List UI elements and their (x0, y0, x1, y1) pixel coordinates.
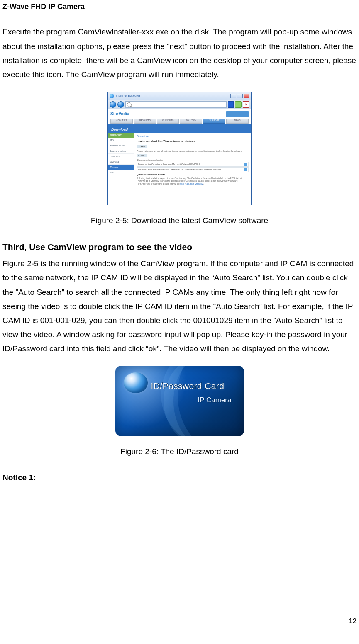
card-subtitle-text: IP Camera (198, 394, 232, 407)
figure-2-6: ID/Password Card IP Camera (2, 366, 357, 436)
browser-navbar: × (108, 100, 251, 109)
guide-text: Following the installation steps, click … (137, 177, 249, 182)
page-header-title: Z-Wave FHD IP Camera (2, 0, 357, 13)
step-2-text: Choose one for downloading (137, 159, 249, 161)
card-title-text: ID/Password Card (151, 378, 225, 394)
download-title: Download (137, 135, 249, 138)
sidebar-mac: Mac (108, 170, 134, 175)
window-close-icon (244, 94, 249, 98)
dropdown-icon (228, 101, 234, 108)
sidebar-partner: Become a partner (108, 148, 134, 154)
site-brand: StarVedia (110, 112, 129, 117)
menu-products: PRODUCTS (134, 119, 156, 124)
figure-2-5: Internet Explorer × StarVedia (2, 92, 357, 205)
section-title-third: Third, Use CamView program to see the vi… (2, 239, 357, 255)
browser-titlebar: Internet Explorer (108, 92, 251, 100)
menu-about: ABOUT US (110, 119, 133, 124)
browser-window-mock: Internet Explorer × StarVedia (107, 92, 252, 205)
figure-2-5-caption: Figure 2-5: Download the latest CamView … (2, 214, 357, 228)
quick-guide-heading: Quick installation Guide (137, 173, 249, 176)
ie-icon (110, 94, 114, 98)
sidebar-heading: SUPPORT (108, 133, 134, 138)
paragraph-camview-usage: Figure 2-5 is the running window of the … (2, 257, 357, 356)
search-icon (127, 102, 132, 107)
step-1-badge: STEP 1 (137, 145, 147, 148)
document-page: Z-Wave FHD IP Camera Execute the program… (0, 0, 359, 630)
sidebar-windows: Windows (108, 165, 134, 170)
step-2-badge: STEP 2 (137, 154, 147, 157)
id-password-card-mock: ID/Password Card IP Camera (115, 366, 244, 436)
download-banner: Download (108, 126, 251, 133)
further-use-text: For further use of CamView, please refer… (137, 182, 249, 185)
download-row-1: Download the CamView software on Microso… (137, 162, 249, 167)
sidebar-faq: FAQ (108, 138, 134, 143)
browser-content: StarVedia ABOUT US PRODUCTS OUR DEMO SOL… (108, 109, 251, 205)
sidebar-download: Download (108, 159, 134, 165)
notice-heading: Notice 1: (2, 471, 357, 485)
paragraph-install: Execute the program CamViewInstaller-xxx… (2, 25, 357, 82)
menu-solution: SOLUTION (180, 119, 202, 124)
sidebar-contact: Contact us (108, 154, 134, 159)
download-icon (244, 163, 247, 166)
step-1-text: Please make sure to read all software li… (137, 150, 249, 152)
id-card-thumb-icon (226, 111, 249, 117)
address-bar (125, 101, 227, 108)
site-menubar: ABOUT US PRODUCTS OUR DEMO SOLUTION SUPP… (108, 119, 251, 126)
download-page: Download How to download CamView softwar… (134, 133, 251, 205)
sidebar-warranty: Warranty & RMA (108, 143, 134, 148)
figure-2-6-caption: Figure 2-6: The ID/Password card (2, 445, 357, 459)
download-icon (244, 168, 247, 171)
menu-news: NEWS (226, 119, 249, 124)
menu-ourdemo: OUR DEMO (157, 119, 179, 124)
browser-title-text: Internet Explorer (116, 94, 230, 98)
user-manual-link: user manual of CamView (180, 182, 203, 185)
stop-icon: × (243, 101, 249, 108)
download-row-2: Download the CamView software + Microsof… (137, 167, 249, 172)
page-number: 12 (349, 615, 357, 628)
go-icon (235, 101, 242, 108)
window-maximize-icon (237, 94, 243, 98)
window-minimize-icon (230, 94, 236, 98)
nav-back-icon (110, 101, 116, 108)
card-globe-icon (124, 372, 148, 393)
nav-forward-icon (117, 101, 124, 108)
menu-support: SUPPORT (203, 119, 225, 124)
download-subtitle: How to download CamView software for win… (137, 140, 249, 143)
support-sidebar: SUPPORT FAQ Warranty & RMA Become a part… (108, 133, 134, 205)
